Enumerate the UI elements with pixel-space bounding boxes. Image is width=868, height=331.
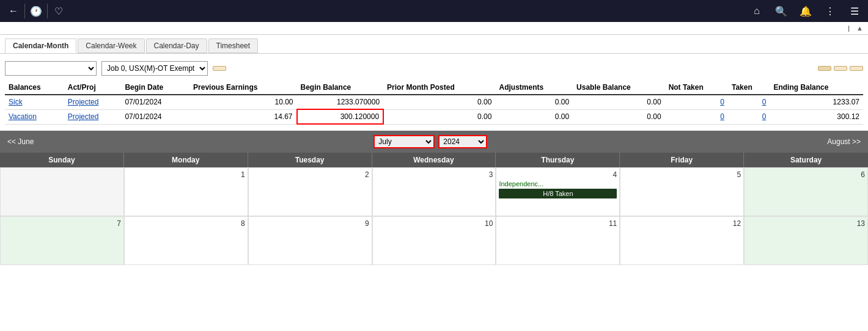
day-header-tue: Tuesday bbox=[248, 153, 372, 167]
col-prior-month: Prior Month Posted bbox=[383, 81, 495, 95]
col-usable-balance: Usable Balance bbox=[573, 81, 665, 95]
day-header-sun: Sunday bbox=[0, 153, 124, 167]
day-number: 12 bbox=[623, 219, 741, 228]
prev-month-link[interactable]: << June bbox=[7, 137, 34, 146]
day-number: 4 bbox=[499, 170, 617, 179]
scroll-indicator: ▲ bbox=[856, 24, 863, 32]
col-balances: Balances bbox=[5, 81, 64, 95]
cal-cell[interactable]: 10 bbox=[372, 216, 496, 265]
table-row: VacationProjected07/01/202414.67300.1200… bbox=[5, 109, 863, 124]
taken-event[interactable]: H/8 Taken bbox=[499, 189, 617, 198]
day-number: 7 bbox=[3, 219, 121, 228]
cal-cell[interactable]: 11 bbox=[496, 216, 620, 265]
month-view-button[interactable] bbox=[818, 66, 831, 71]
day-header-mon: Monday bbox=[124, 153, 248, 167]
week-view-button[interactable] bbox=[834, 66, 847, 71]
tab-calendar-day[interactable]: Calendar-Day bbox=[146, 38, 207, 53]
tab-timesheet[interactable]: Timesheet bbox=[208, 38, 259, 53]
day-header-sat: Saturday bbox=[744, 153, 868, 167]
view-buttons bbox=[818, 66, 863, 71]
month-select[interactable]: JanuaryFebruaryMarch AprilMayJune JulyAu… bbox=[373, 135, 435, 148]
act-proj-link[interactable]: Projected bbox=[68, 112, 99, 121]
calendar-grid: 1234Independenc...H/8 Taken5678910111213 bbox=[0, 167, 868, 265]
year-select[interactable]: 2022202320242025 bbox=[438, 135, 487, 148]
top-nav: ← 🕐 ♡ ⌂ 🔍 🔔 ⋮ ☰ bbox=[0, 0, 868, 22]
day-header-fri: Friday bbox=[620, 153, 744, 167]
cal-cell[interactable]: 3 bbox=[372, 167, 496, 216]
search-icon[interactable]: 🔍 bbox=[773, 2, 790, 20]
col-taken: Taken bbox=[728, 81, 770, 95]
col-prev-earnings: Previous Earnings bbox=[189, 81, 296, 95]
tab-calendar-week[interactable]: Calendar-Week bbox=[78, 38, 144, 53]
cal-cell[interactable]: 7 bbox=[0, 216, 124, 265]
calendar-nav-center: JanuaryFebruaryMarch AprilMayJune JulyAu… bbox=[34, 135, 827, 148]
col-not-taken: Not Taken bbox=[665, 81, 728, 95]
day-number: 10 bbox=[375, 219, 493, 228]
col-act-proj: Act/Proj bbox=[64, 81, 122, 95]
day-number: 9 bbox=[251, 219, 369, 228]
tab-calendar-month[interactable]: Calendar-Month bbox=[5, 38, 76, 53]
col-adjustments: Adjustments bbox=[495, 81, 573, 95]
more-icon[interactable]: ⋮ bbox=[822, 2, 839, 20]
toolbar: Job 0, USX(M)-OT Exempt bbox=[0, 54, 868, 81]
day-number: 8 bbox=[127, 219, 245, 228]
nav-left: ← 🕐 ♡ bbox=[5, 2, 67, 20]
back-icon[interactable]: ← bbox=[5, 2, 22, 20]
day-number: 5 bbox=[623, 170, 741, 179]
col-begin-balance: Begin Balance bbox=[297, 81, 384, 95]
job-type-dropdown[interactable]: Job 0, USX(M)-OT Exempt bbox=[101, 61, 208, 76]
day-number: 11 bbox=[499, 219, 617, 228]
favorites-icon[interactable]: ♡ bbox=[50, 2, 67, 20]
menu-icon[interactable]: ☰ bbox=[846, 2, 863, 20]
table-row: SickProjected07/01/202410.001233.0700000… bbox=[5, 95, 863, 109]
preferences-button[interactable] bbox=[213, 66, 226, 71]
cal-cell[interactable]: 1 bbox=[124, 167, 248, 216]
holiday-label[interactable]: Independenc... bbox=[499, 180, 617, 187]
cal-cell[interactable]: 9 bbox=[248, 216, 372, 265]
balance-link[interactable]: Vacation bbox=[9, 112, 37, 121]
day-header-thu: Thursday bbox=[496, 153, 620, 167]
table-header-row: Balances Act/Proj Begin Date Previous Ea… bbox=[5, 81, 863, 95]
day-number: 1 bbox=[127, 170, 245, 179]
col-begin-date: Begin Date bbox=[121, 81, 189, 95]
home-icon[interactable]: ⌂ bbox=[748, 2, 765, 20]
day-number: 2 bbox=[251, 170, 369, 179]
cal-cell[interactable]: 12 bbox=[620, 216, 744, 265]
nav-divider-1 bbox=[24, 4, 25, 18]
day-view-button[interactable] bbox=[850, 66, 863, 71]
day-number: 3 bbox=[375, 170, 493, 179]
cal-cell[interactable]: 5 bbox=[620, 167, 744, 216]
calendar-nav: << June JanuaryFebruaryMarch AprilMayJun… bbox=[0, 131, 868, 153]
nav-divider-2 bbox=[47, 4, 48, 18]
cal-cell[interactable] bbox=[0, 167, 124, 216]
secondary-nav: | ▲ bbox=[0, 22, 868, 35]
act-proj-link[interactable]: Projected bbox=[68, 98, 99, 106]
notification-icon[interactable]: 🔔 bbox=[797, 2, 814, 20]
cal-cell[interactable]: 6 bbox=[744, 167, 868, 216]
cal-cell[interactable]: 8 bbox=[124, 216, 248, 265]
job-dropdown[interactable] bbox=[5, 61, 97, 76]
cal-cell[interactable]: 13 bbox=[744, 216, 868, 265]
cal-cell[interactable]: 4Independenc...H/8 Taken bbox=[496, 167, 620, 216]
tab-bar: Calendar-Month Calendar-Week Calendar-Da… bbox=[0, 35, 868, 54]
day-header-wed: Wednesday bbox=[372, 153, 496, 167]
col-ending-balance: Ending Balance bbox=[770, 81, 863, 95]
balance-table: Balances Act/Proj Begin Date Previous Ea… bbox=[5, 81, 863, 125]
balance-link[interactable]: Sick bbox=[9, 98, 23, 106]
nav-sep: | bbox=[848, 24, 850, 32]
cal-cell[interactable]: 2 bbox=[248, 167, 372, 216]
calendar-header: Sunday Monday Tuesday Wednesday Thursday… bbox=[0, 153, 868, 167]
day-number: 13 bbox=[747, 219, 865, 228]
next-month-link[interactable]: August >> bbox=[827, 137, 861, 146]
day-number: 6 bbox=[747, 170, 865, 179]
nav-right: ⌂ 🔍 🔔 ⋮ ☰ bbox=[748, 2, 863, 20]
history-icon[interactable]: 🕐 bbox=[28, 2, 45, 20]
balance-section: Balances Act/Proj Begin Date Previous Ea… bbox=[0, 81, 868, 125]
